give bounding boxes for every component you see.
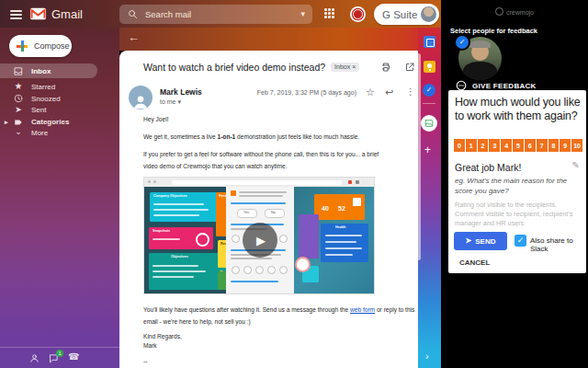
- star-icon[interactable]: ☆: [366, 87, 375, 98]
- phone-icon[interactable]: ☎: [68, 352, 79, 362]
- sidebar-item-label: Inbox: [31, 67, 51, 75]
- more-options-icon[interactable]: ⋮: [406, 87, 415, 97]
- contacts-person-icon[interactable]: [29, 353, 40, 363]
- cancel-button[interactable]: CANCEL: [459, 259, 490, 267]
- thumb-card: Health: [321, 224, 368, 262]
- body-paragraph: You'll likely have questions after watch…: [143, 305, 421, 328]
- score-button[interactable]: 4: [501, 139, 512, 152]
- score-button[interactable]: 10: [571, 139, 582, 152]
- signature-line: --: [143, 356, 424, 368]
- details-caret-icon: ▾: [177, 98, 181, 105]
- sidebar-item-more[interactable]: ⌄ More: [0, 127, 116, 139]
- edit-pencil-icon[interactable]: ✎: [572, 161, 580, 170]
- tasks-addon-icon[interactable]: ✓: [423, 84, 435, 97]
- thumb-card: Snapshots: [149, 227, 213, 249]
- addon-strip: ✓ + ›: [418, 28, 441, 368]
- sender-avatar[interactable]: [129, 86, 153, 109]
- play-icon: ▶: [256, 235, 266, 247]
- sidebar-item-sent[interactable]: ➤ Sent: [0, 104, 116, 116]
- print-icon[interactable]: [380, 62, 391, 73]
- compose-button[interactable]: Compose: [9, 35, 72, 57]
- categories-tag-icon: [13, 118, 24, 127]
- crewmojo-panel: crewmojo Select people for feedback ✓ GI…: [441, 0, 588, 368]
- clock-icon: [13, 94, 24, 103]
- score-button[interactable]: 7: [537, 139, 548, 152]
- send-plane-icon: ➤: [466, 237, 472, 245]
- score-button[interactable]: 1: [466, 139, 477, 152]
- signature-line: Mark: [143, 340, 424, 352]
- gmail-logo-icon: [29, 7, 47, 20]
- expand-arrow-icon: ▸: [5, 119, 8, 125]
- gsuite-label: G Suite: [382, 9, 417, 20]
- sidebar-item-snoozed[interactable]: Snoozed: [0, 93, 116, 105]
- slack-checkbox[interactable]: ✓: [514, 235, 526, 247]
- get-addons-plus-icon[interactable]: +: [424, 144, 431, 156]
- back-icon[interactable]: ←: [128, 30, 140, 44]
- privacy-note: Comment visible to recipient, recipient'…: [455, 210, 582, 227]
- compose-plus-icon: [17, 40, 28, 52]
- sent-icon: ➤: [13, 106, 24, 114]
- recipient-label[interactable]: to me ▾: [160, 98, 181, 106]
- give-feedback-label: GIVE FEEDBACK: [472, 82, 537, 90]
- score-button[interactable]: 3: [489, 139, 500, 152]
- hamburger-menu-icon[interactable]: [10, 10, 22, 19]
- checkbox-check-icon: ✓: [517, 236, 525, 245]
- score-row: 0 1 2 3 4 5 6 7 8 9 10: [454, 139, 582, 152]
- sidebar-item-label: Starred: [31, 83, 55, 91]
- sidebar-divider: [0, 347, 119, 348]
- feedback-card: How much would you like to work with the…: [448, 90, 586, 273]
- inbox-icon: [13, 66, 24, 76]
- gmail-wordmark: Gmail: [51, 7, 83, 21]
- body-paragraph: We get it, sometimes a live 1-on-1 demon…: [143, 132, 424, 144]
- sidebar-item-inbox[interactable]: Inbox: [0, 63, 97, 78]
- apps-grid-icon[interactable]: [324, 8, 327, 11]
- web-form-link[interactable]: web form: [350, 306, 375, 313]
- crewmojo-logo: crewmojo: [441, 7, 588, 16]
- feedback-question: How much would you like to work with the…: [455, 96, 583, 122]
- sidebar-item-label: Snoozed: [31, 95, 61, 103]
- calendar-addon-icon[interactable]: [424, 36, 435, 48]
- sidebar-item-label: Categories: [31, 118, 69, 126]
- score-button[interactable]: 0: [454, 139, 465, 152]
- star-icon: ★: [13, 82, 24, 91]
- collapse-panel-icon[interactable]: ›: [425, 351, 429, 362]
- crewmojo-logo-icon: [495, 7, 503, 16]
- email-date: Feb 7, 2019, 3:32 PM (5 days ago): [219, 89, 356, 96]
- selected-check-badge: ✓: [454, 34, 470, 51]
- score-button[interactable]: 5: [513, 139, 524, 152]
- score-button[interactable]: 8: [548, 139, 560, 152]
- sidebar-item-starred[interactable]: ★ Starred: [0, 81, 116, 93]
- thumb-card: [299, 214, 319, 259]
- reply-icon[interactable]: ↩: [385, 87, 393, 98]
- thumb-card: 40 52: [314, 194, 365, 220]
- inbox-chip[interactable]: Inbox ×: [331, 63, 359, 72]
- open-in-new-icon[interactable]: [404, 62, 415, 73]
- gmail-sidebar: Compose Inbox ★ Starred Snoozed ➤ Sent ▸…: [0, 28, 119, 368]
- sidebar-item-categories[interactable]: ▸ Categories: [0, 116, 116, 128]
- video-thumbnail[interactable]: Company Objectives Snapshots Objectives …: [143, 177, 375, 294]
- mail-toolbar: ← ⋮ 4 of 4 ‹ › ▾ ⚙: [119, 28, 441, 51]
- comment-text[interactable]: Great job Mark!: [455, 162, 521, 173]
- sidebar-item-label: More: [31, 129, 48, 137]
- score-button[interactable]: 9: [560, 139, 571, 152]
- gsuite-badge[interactable]: G Suite: [374, 4, 439, 25]
- chevron-down-icon: ⌄: [13, 128, 24, 136]
- keep-addon-icon[interactable]: [424, 61, 435, 73]
- thumb-card: Objectives: [149, 253, 228, 290]
- play-button[interactable]: ▶: [243, 223, 277, 258]
- search-options-caret-icon[interactable]: ▾: [300, 10, 305, 18]
- send-button[interactable]: ➤ SEND: [454, 232, 507, 250]
- score-button[interactable]: 6: [525, 139, 536, 152]
- score-button[interactable]: 2: [478, 139, 489, 152]
- sender-name: Mark Lewis: [160, 87, 202, 97]
- screen: Gmail Search mail ▾ G Suite ←: [0, 0, 588, 368]
- chip-close-icon[interactable]: ×: [352, 63, 356, 70]
- search-input[interactable]: Search mail ▾: [119, 5, 312, 24]
- hangouts-badge: 1: [56, 350, 63, 357]
- search-icon: [128, 9, 138, 19]
- strip-divider: [423, 103, 435, 104]
- send-label: SEND: [475, 237, 495, 246]
- thumb-browser-chrome: [144, 178, 374, 187]
- email-subject: Want to watch a brief video demo instead…: [143, 62, 359, 73]
- account-status-icon[interactable]: [350, 6, 366, 22]
